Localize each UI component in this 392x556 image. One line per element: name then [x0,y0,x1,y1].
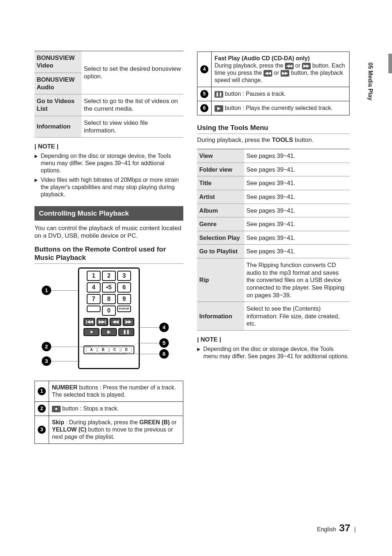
page-footer: English 37 | [317,522,356,534]
bullet-icon: ▶ [197,346,200,360]
note-heading: | NOTE | [34,143,183,150]
cell-desc: See pages 39~41. [244,231,350,245]
cell-callout: 3 [35,416,49,444]
table-row: 6 ▶ button : Plays the currently selecte… [197,101,350,115]
remote-desc-table: 1 NUMBER buttons : Press the number of a… [34,381,183,444]
remote-abcd-row: A B C D [83,346,134,354]
cell-label: BONUSVIEW Video [34,51,82,73]
note-heading: | NOTE | [197,336,350,343]
note-item: ▶ Video files with high bitrates of 20Mb… [34,176,183,198]
table-row: Information Select to view video file in… [34,116,183,138]
page: BONUSVIEW Video Select to set the desire… [0,0,392,466]
cell-desc: Skip : During playback, press the GREEN … [49,416,183,444]
cell-label: Artist [197,190,244,204]
fast-forward-icon: ▶▶ [123,318,134,326]
cell-label: BONUSVIEW Audio [34,73,82,94]
cell-label: Rip [197,258,244,302]
cell-desc: ❚❚ button : Pauses a track. [212,87,350,101]
remote-numpad-key: 2 [102,271,116,281]
remote-key-blank [87,306,101,312]
footer-language: English [317,526,336,532]
cell-label: Selection Play [197,231,244,245]
cell-desc: The Ripping function converts CD audio t… [244,258,350,302]
table-row: ViewSee pages 39~41. [197,149,350,163]
note-item: ▶ Depending on the disc or storage devic… [34,152,183,174]
cell-label: Information [197,302,244,331]
cell-desc: See pages 39~41. [244,217,350,231]
cell-desc: Select to set the desired bonusview opti… [82,51,183,94]
cell-callout: 4 [197,52,212,87]
table-row: 2 ■ button : Stops a track. [35,402,183,416]
bullet-icon: ▶ [34,176,38,198]
cell-callout: 6 [197,101,212,115]
remote-numpad-zero: 0 [102,306,116,316]
tools-menu-table: ViewSee pages 39~41. Folder viewSee page… [197,149,350,331]
remote-numpad-key: 9 [117,294,131,304]
table-row: ArtistSee pages 39~41. [197,190,350,204]
note-text: Depending on the disc or storage device,… [203,346,350,360]
remote-numpad-key: 3 [117,271,131,281]
cell-desc: Select to go to the list of videos on th… [82,94,183,116]
cell-callout: 2 [35,402,49,416]
rewind-icon: ◀◀ [110,318,121,326]
cell-label: Folder view [197,163,244,176]
table-row: 4 Fast Play (Audio CD (CD-DA) only) Duri… [197,52,350,87]
table-row: GenreSee pages 39~41. [197,217,350,231]
cell-desc: NUMBER buttons : Press the number of a t… [49,381,183,402]
remote-popup-key: POPUP [117,306,131,312]
callout-3: 3 [42,356,51,366]
prev-track-icon: |◀◀ [83,318,95,326]
tools-intro: During playback, press the TOOLS button. [197,136,350,144]
cell-label: Album [197,204,244,217]
cell-label: Genre [197,217,244,231]
cell-desc: Fast Play (Audio CD (CD-DA) only) During… [212,52,350,87]
cell-label: Go to Playlist [197,245,244,258]
callout-4: 4 [159,323,169,332]
remote-key-b: B [98,347,109,353]
callout-1: 1 [42,286,51,295]
table-row: Folder viewSee pages 39~41. [197,163,350,176]
footer-divider: | [354,526,356,532]
stop-icon: ■ [83,328,99,336]
remote-diagram: 1 2 3 4 •5 6 7 8 9 0 POPUP [34,267,183,376]
note-text: Depending on the disc or storage device,… [41,152,183,174]
callout-5: 5 [159,338,169,348]
play-icon: ▶ [215,105,223,112]
table-row: BONUSVIEW Video Select to set the desire… [34,51,183,73]
table-row: TitleSee pages 39~41. [197,176,350,190]
cell-desc: ▶ button : Plays the currently selected … [212,101,350,115]
table-row: Selection PlaySee pages 39~41. [197,231,350,245]
stop-icon: ■ [52,406,61,412]
fast-forward-icon: ▶▶ [281,70,289,77]
remote-numpad-key: 4 [87,282,101,293]
table-row: AlbumSee pages 39~41. [197,204,350,217]
remote-numpad-key: 6 [117,282,131,293]
cell-label: View [197,149,244,163]
table-row: InformationSelect to see the (Contents) … [197,302,350,331]
remote-key-a: A [86,347,97,353]
next-track-icon: ▶▶| [97,318,108,326]
rewind-icon: ◀◀ [264,70,272,77]
table-row: RipThe Ripping function converts CD audi… [197,258,350,302]
cell-desc: ■ button : Stops a track. [49,402,183,416]
remote-numpad-key: 7 [87,294,101,304]
cell-label: Title [197,176,244,190]
cell-label: Go to Videos List [34,94,82,116]
cell-desc: Select to see the (Contents) information… [244,302,350,331]
cell-label: Information [34,116,82,138]
chapter-side-tab: 05 Media Play [367,62,374,101]
accent-strip [388,54,392,73]
intro-paragraph: You can control the playback of music co… [34,224,183,240]
callout-2: 2 [42,342,51,351]
cell-desc: See pages 39~41. [244,204,350,217]
rewind-icon: ◀◀ [285,63,294,69]
page-number: 37 [339,522,350,533]
section-heading-band: Controlling Music Playback [34,206,183,221]
right-column: 4 Fast Play (Audio CD (CD-DA) only) Duri… [197,51,350,444]
cell-desc: See pages 39~41. [244,149,350,163]
left-column: BONUSVIEW Video Select to set the desire… [34,51,183,444]
note-text: Video files with high bitrates of 20Mbps… [41,176,183,198]
tools-heading: Using the Tools Menu [197,123,350,134]
remote-key-d: D [121,347,132,353]
fast-forward-icon: ▶▶ [302,63,311,69]
